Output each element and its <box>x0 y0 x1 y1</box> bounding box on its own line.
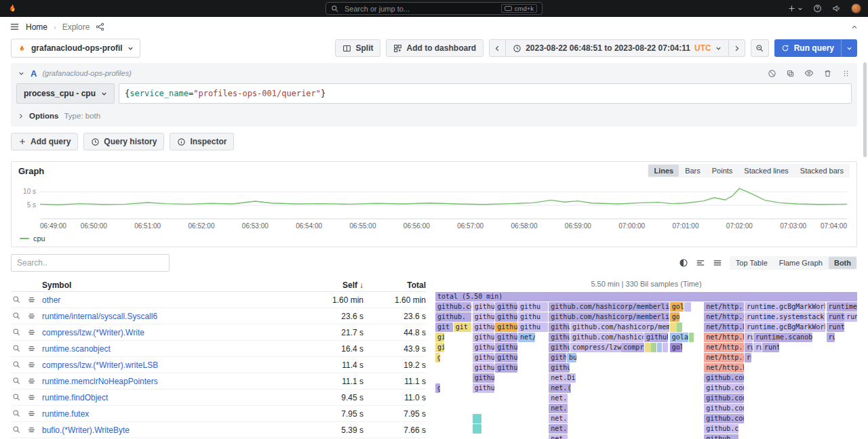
flame-block[interactable]: gi <box>435 383 440 393</box>
flame-block[interactable]: github.cc <box>549 363 570 373</box>
flame-block[interactable]: githu <box>495 312 517 322</box>
flame-block[interactable] <box>645 343 651 352</box>
flame-block[interactable]: github.cc <box>549 333 570 342</box>
run-query-button[interactable]: Run query <box>774 39 841 57</box>
search-symbol-icon[interactable] <box>12 425 21 434</box>
flame-block[interactable]: git <box>454 322 472 332</box>
flame-block[interactable] <box>473 414 482 423</box>
sandwich-view-icon[interactable] <box>27 425 36 434</box>
flame-block[interactable]: githu <box>495 363 517 373</box>
flame-block[interactable]: github.cc <box>549 322 570 332</box>
flame-block[interactable]: githu <box>473 373 494 383</box>
flame-block[interactable]: net.Di <box>549 373 576 383</box>
flame-block[interactable] <box>677 322 682 332</box>
view-top-table[interactable]: Top Table <box>730 257 773 269</box>
symbol-link[interactable]: runtime.scanobject <box>42 344 296 354</box>
search-symbol-icon[interactable] <box>12 328 21 337</box>
graph-mode-bars[interactable]: Bars <box>679 165 706 177</box>
global-search-input[interactable] <box>343 4 497 14</box>
flame-block[interactable]: net.( <box>549 394 567 403</box>
flame-block[interactable]: net.(* <box>549 383 570 393</box>
flame-block[interactable]: run <box>753 343 762 352</box>
flame-block[interactable]: githu <box>473 383 494 393</box>
search-symbol-icon[interactable] <box>12 409 21 418</box>
graph-mode-lines[interactable]: Lines <box>648 165 679 177</box>
datasource-picker[interactable]: grafanacloud-ops-profil <box>11 39 140 58</box>
flame-block[interactable]: net/http.Han <box>704 363 743 373</box>
table-row[interactable]: runtime/internal/syscall.Syscall6 23.6 s… <box>11 308 426 325</box>
flame-block[interactable]: githu <box>473 343 494 352</box>
add-to-dashboard-button[interactable]: Add to dashboard <box>386 39 484 57</box>
time-series-chart[interactable]: 5 s10 s06:49:0006:50:0006:51:0006:52:000… <box>17 180 851 232</box>
flame-block[interactable] <box>657 343 662 352</box>
flame-block[interactable]: net/h <box>518 333 535 342</box>
disable-query-icon[interactable] <box>768 69 776 78</box>
symbol-link[interactable]: runtime/internal/syscall.Syscall6 <box>42 312 296 321</box>
flame-block[interactable]: github.cc <box>435 302 471 312</box>
search-symbol-icon[interactable] <box>12 344 21 353</box>
flame-block[interactable] <box>651 343 656 352</box>
profile-type-picker[interactable]: process_cpu - cpu <box>16 83 115 104</box>
search-symbol-icon[interactable] <box>12 312 21 320</box>
search-symbol-icon[interactable] <box>12 377 21 385</box>
flame-block[interactable]: net/http.ser <box>704 353 743 362</box>
flame-block[interactable]: github.com/f <box>704 404 743 413</box>
table-row[interactable]: runtime.findObject 9.45 s 11.0 s <box>11 390 426 406</box>
align-justify-icon[interactable] <box>713 258 722 268</box>
sandwich-view-icon[interactable] <box>27 328 36 337</box>
flame-block[interactable]: github.c <box>549 353 566 362</box>
flame-block[interactable]: githu <box>473 363 494 373</box>
flame-block[interactable]: runti <box>827 322 844 332</box>
flame-block[interactable]: net/http.(*c <box>704 302 743 312</box>
flame-block[interactable]: githu <box>473 312 494 322</box>
table-row[interactable]: bufio.(*Writer).WriteByte 5.39 s 7.66 s <box>11 422 426 438</box>
flame-block[interactable]: githu <box>473 353 494 362</box>
flame-block[interactable]: golang.org/x <box>670 333 688 342</box>
flame-block[interactable]: run <box>745 343 753 352</box>
symbol-link[interactable]: runtime.memclrNoHeapPointers <box>42 377 296 386</box>
flame-block[interactable]: githu <box>518 312 548 322</box>
flame-block[interactable]: runtime <box>827 302 857 312</box>
flame-block[interactable]: runtime.gcBgMarkWorke <box>745 322 825 332</box>
flame-block[interactable]: githu <box>495 302 517 312</box>
sandwich-view-icon[interactable] <box>27 409 36 418</box>
table-row[interactable]: other 1.60 min 1.60 min <box>11 292 426 308</box>
flame-block[interactable]: github.com/hashicorp <box>570 333 644 342</box>
share-icon[interactable] <box>96 22 104 31</box>
table-row[interactable]: compress/lzw.(*Writer).Write 21.7 s 44.8… <box>11 325 426 341</box>
legend-label[interactable]: cpu <box>33 234 45 243</box>
flame-block[interactable]: run <box>844 312 857 322</box>
view-flame-graph[interactable]: Flame Graph <box>774 257 828 269</box>
flame-block[interactable] <box>473 424 482 434</box>
symbol-link[interactable]: compress/lzw.(*Writer).writeLSB <box>42 360 296 370</box>
contrast-icon[interactable] <box>679 258 688 268</box>
flame-block[interactable]: net.( <box>549 414 567 423</box>
table-row[interactable]: runtime.memclrNoHeapPointers 11.1 s 11.1… <box>11 373 426 390</box>
flame-block[interactable]: go <box>670 312 679 322</box>
flame-block[interactable]: github.com/hashicorp/memberlist.(* <box>549 302 669 312</box>
graph-mode-points[interactable]: Points <box>707 165 738 177</box>
flame-block[interactable]: net <box>549 434 567 439</box>
flame-block[interactable]: githu <box>518 302 548 312</box>
flame-block[interactable]: githu <box>473 333 494 342</box>
flame-block[interactable]: githu <box>495 343 517 352</box>
flame-block[interactable]: githu <box>473 322 494 332</box>
remove-query-icon[interactable] <box>823 69 832 78</box>
symbol-link[interactable]: bufio.(*Writer).WriteByte <box>42 425 296 435</box>
flame-block[interactable] <box>663 343 669 352</box>
table-row[interactable]: runtime.futex 7.95 s 7.95 s <box>11 406 426 422</box>
grafana-logo-icon[interactable] <box>7 3 18 14</box>
flame-block[interactable]: runt <box>762 343 779 352</box>
align-left-icon[interactable] <box>696 258 705 268</box>
flame-block[interactable]: githu <box>495 322 517 332</box>
flame-block[interactable]: github.com/c <box>704 373 743 383</box>
user-avatar[interactable] <box>851 3 861 14</box>
search-symbol-icon[interactable] <box>12 295 21 304</box>
time-range-button[interactable]: 2023-08-22 06:48:51 to 2023-08-22 07:04:… <box>505 39 729 57</box>
zoom-out-button[interactable] <box>751 39 769 57</box>
time-forward-button[interactable] <box>728 39 745 57</box>
flame-block[interactable]: github.com/g <box>704 394 743 403</box>
query-ref-id[interactable]: A <box>31 68 37 79</box>
sandwich-view-icon[interactable] <box>27 377 36 385</box>
flame-block[interactable]: github.cc <box>549 343 570 352</box>
